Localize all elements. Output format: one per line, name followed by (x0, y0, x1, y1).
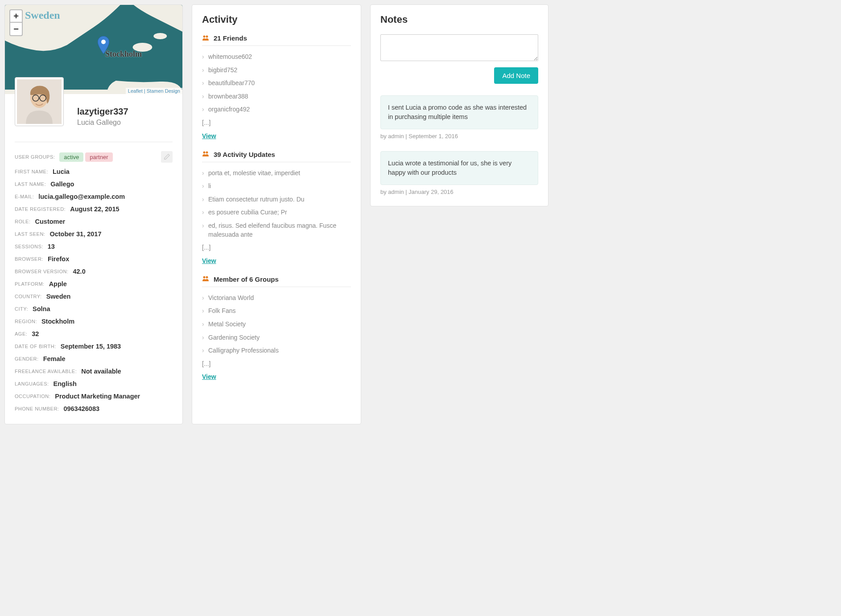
list-item[interactable]: Gardening Society (202, 331, 351, 345)
field-country: COUNTRY:Sweden (15, 290, 173, 303)
field-platform: PLATFORM:Apple (15, 278, 173, 290)
field-date-registered: DATE REGISTERED:August 22, 2015 (15, 203, 173, 215)
stamen-link[interactable]: Stamen Design (147, 88, 180, 94)
people-icon (202, 151, 209, 158)
zoom-in-button[interactable]: + (9, 9, 23, 23)
field-sessions: SESSIONS:13 (15, 240, 173, 253)
profile-card: Sweden Stockholm + − Leaflet | Stamen De… (4, 4, 183, 424)
activity-title: Activity (202, 14, 351, 25)
field-region: REGION:Stockholm (15, 315, 173, 328)
activity-updates-section: 39 Activity Updates porta et, molestie v… (202, 151, 351, 265)
profile-fields: USER GROUPS: active partner FIRST NAME:L… (5, 142, 182, 424)
map-zoom-controls: + − (9, 9, 23, 36)
view-friends-link[interactable]: View (202, 132, 216, 140)
map-attribution: Leaflet | Stamen Design (126, 88, 182, 94)
list-item[interactable]: Etiam consectetur rutrum justo. Du (202, 193, 351, 206)
list-item[interactable]: li (202, 180, 351, 193)
field-email: E-MAIL:lucia.gallego@example.com (15, 190, 173, 203)
field-browser: BROWSER:Firefox (15, 253, 173, 265)
field-last-name: LAST NAME:Gallego (15, 178, 173, 190)
svg-point-9 (203, 35, 206, 37)
field-occupation: OCCUPATION:Product Marketing Manager (15, 390, 173, 402)
list-item[interactable]: beautifulbear770 (202, 77, 351, 90)
notes-title: Notes (380, 14, 538, 25)
list-item[interactable]: ed, risus. Sed eleifend faucibus magna. … (202, 219, 351, 241)
field-languages: LANGUAGES:English (15, 378, 173, 390)
list-item[interactable]: Metal Society (202, 318, 351, 331)
svg-point-10 (206, 35, 208, 37)
field-role: ROLE:Customer (15, 215, 173, 228)
list-item[interactable]: es posuere cubilia Curae; Pr (202, 206, 351, 219)
field-city: CITY:Solna (15, 303, 173, 315)
people-icon (202, 275, 209, 283)
note-item: Lucia wrote a testimonial for us, she is… (380, 151, 538, 185)
list-ellipsis: [...] (202, 357, 351, 371)
add-note-button[interactable]: Add Note (494, 67, 538, 84)
notes-card: Notes Add Note I sent Lucia a promo code… (370, 4, 548, 206)
svg-point-11 (203, 152, 206, 154)
svg-point-14 (206, 276, 208, 279)
list-item[interactable]: bigbird752 (202, 64, 351, 77)
edit-button[interactable] (161, 151, 173, 163)
friends-list: whitemouse602 bigbird752 beautifulbear77… (202, 50, 351, 130)
note-meta: by admin | September 1, 2016 (380, 133, 538, 140)
field-browser-version: BROWSER VERSION:42.0 (15, 265, 173, 278)
svg-point-13 (203, 276, 206, 279)
note-item: I sent Lucia a promo code as she was int… (380, 95, 538, 129)
view-updates-link[interactable]: View (202, 257, 216, 264)
field-age: AGE:32 (15, 328, 173, 340)
map-city-label: Stockholm (105, 49, 142, 59)
divider (15, 142, 173, 142)
list-item[interactable]: Victoriana World (202, 292, 351, 305)
field-phone: PHONE NUMBER:0963426083 (15, 402, 173, 415)
list-item[interactable]: whitemouse602 (202, 50, 351, 64)
list-ellipsis: [...] (202, 241, 351, 255)
notes-textarea[interactable] (380, 34, 538, 61)
svg-point-2 (153, 33, 167, 39)
groups-title: Member of 6 Groups (214, 275, 279, 283)
updates-title: 39 Activity Updates (214, 151, 275, 158)
list-ellipsis: [...] (202, 116, 351, 130)
avatar (15, 77, 64, 126)
activity-card: Activity 21 Friends whitemouse602 bigbir… (192, 4, 361, 424)
activity-groups-section: Member of 6 Groups Victoriana World Folk… (202, 275, 351, 381)
field-user-groups: USER GROUPS: active partner (15, 148, 173, 165)
list-item[interactable]: brownbear388 (202, 90, 351, 103)
updates-list: porta et, molestie vitae, imperdiet li E… (202, 167, 351, 255)
list-item[interactable]: organicfrog492 (202, 103, 351, 116)
groups-list: Victoriana World Folk Fans Metal Society… (202, 292, 351, 371)
svg-point-3 (101, 40, 106, 44)
field-label: USER GROUPS: (15, 154, 55, 160)
pencil-icon (164, 154, 170, 160)
friends-title: 21 Friends (214, 34, 247, 42)
activity-friends-section: 21 Friends whitemouse602 bigbird752 beau… (202, 34, 351, 140)
list-item[interactable]: Folk Fans (202, 304, 351, 318)
leaflet-link[interactable]: Leaflet (128, 88, 143, 94)
list-item[interactable]: Calligraphy Professionals (202, 344, 351, 357)
badge-partner: partner (85, 152, 112, 162)
people-icon (202, 35, 209, 42)
field-last-seen: LAST SEEN:October 31, 2017 (15, 228, 173, 240)
note-meta: by admin | January 29, 2016 (380, 189, 538, 195)
map-country-label: Sweden (25, 9, 60, 21)
profile-header: lazytiger337 Lucia Gallego (5, 94, 182, 136)
view-groups-link[interactable]: View (202, 373, 216, 380)
field-freelance: FREELANCE AVAILABLE:Not available (15, 365, 173, 378)
badge-active: active (59, 152, 83, 162)
zoom-out-button[interactable]: − (9, 23, 23, 36)
field-first-name: FIRST NAME:Lucia (15, 165, 173, 178)
svg-point-12 (206, 152, 208, 154)
list-item[interactable]: porta et, molestie vitae, imperdiet (202, 167, 351, 180)
profile-fullname: Lucia Gallego (77, 119, 173, 127)
field-gender: GENDER:Female (15, 353, 173, 365)
field-dob: DATE OF BIRTH:September 15, 1983 (15, 340, 173, 353)
avatar-placeholder-icon (17, 79, 62, 124)
profile-username: lazytiger337 (77, 107, 173, 117)
